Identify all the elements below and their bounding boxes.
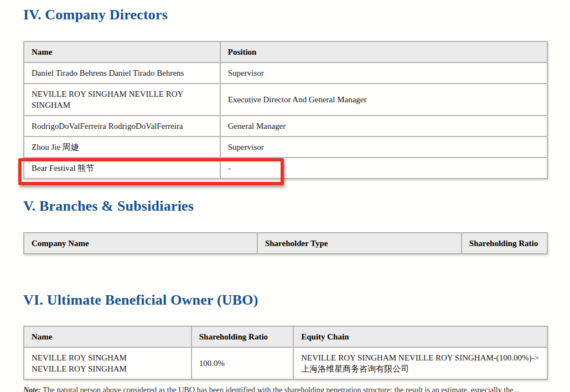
ubo-name-cell: NEVILLE ROY SINGHAM NEVILLE ROY SINGHAM [24,347,191,379]
column-header-company-name: Company Name [24,233,257,254]
table-row: Daniel Tirado Behrens Daniel Tirado Behr… [24,62,547,83]
column-header-shareholder-type: Shareholder Type [257,233,462,254]
director-position-cell: General Manager [220,116,547,137]
table-header-row: Name Shareholding Ratio Equity Chain [24,326,547,347]
branches-subsidiaries-table: Company Name Shareholder Type Shareholdi… [23,232,548,254]
director-name-cell: RodrigoDoValFerreira RodrigoDoValFerreir… [24,116,220,137]
column-header-name: Name [24,41,220,62]
footnote-text: The natural person above considered as t… [43,386,519,392]
report-page: IV. Company Directors Name Position Dani… [0,0,570,392]
footnote-label: Note: [23,386,41,392]
director-name-cell: NEVILLE ROY SINGHAM NEVILLE ROY SINGHAM [24,83,220,116]
ubo-table: Name Shareholding Ratio Equity Chain NEV… [23,326,548,380]
table-row: RodrigoDoValFerreira RodrigoDoValFerreir… [24,116,547,137]
footnote: Note: The natural person above considere… [23,385,548,392]
column-header-name: Name [24,326,191,347]
table-row-highlighted: Bear Festival 熊节 - [24,158,547,179]
table-row: NEVILLE ROY SINGHAM NEVILLE ROY SINGHAM … [24,83,547,116]
director-position-cell: Executive Director And General Manager [220,83,547,116]
table-header-row: Name Position [24,41,547,62]
company-directors-table: Name Position Daniel Tirado Behrens Dani… [23,41,548,179]
column-header-shareholding-ratio: Shareholding Ratio [191,326,293,347]
director-name-cell: Daniel Tirado Behrens Daniel Tirado Behr… [24,62,220,83]
column-header-equity-chain: Equity Chain [293,326,547,347]
section-title-company-directors: IV. Company Directors [23,7,168,23]
director-name-cell: Zhou Jie 周婕 [24,137,220,158]
director-position-cell: - [220,158,547,179]
column-header-shareholding-ratio: Shareholding Ratio [462,233,547,254]
section-title-branches-subsidiaries: V. Branches & Subsidiaries [23,198,194,215]
section-title-ultimate-beneficial-owner: VI. Ultimate Beneficial Owner (UBO) [23,292,258,309]
ubo-equity-chain-cell: NEVILLE ROY SINGHAM NEVILLE ROY SINGHAM-… [293,347,547,379]
director-name-cell: Bear Festival 熊节 [24,158,220,179]
ubo-ratio-cell: 100.0% [191,347,293,379]
director-position-cell: Supervisor [220,62,547,83]
table-row: NEVILLE ROY SINGHAM NEVILLE ROY SINGHAM … [24,347,547,379]
table-row: Zhou Jie 周婕 Supervisor [24,137,547,158]
column-header-position: Position [220,41,547,62]
table-header-row: Company Name Shareholder Type Shareholdi… [24,233,547,254]
director-position-cell: Supervisor [220,137,547,158]
